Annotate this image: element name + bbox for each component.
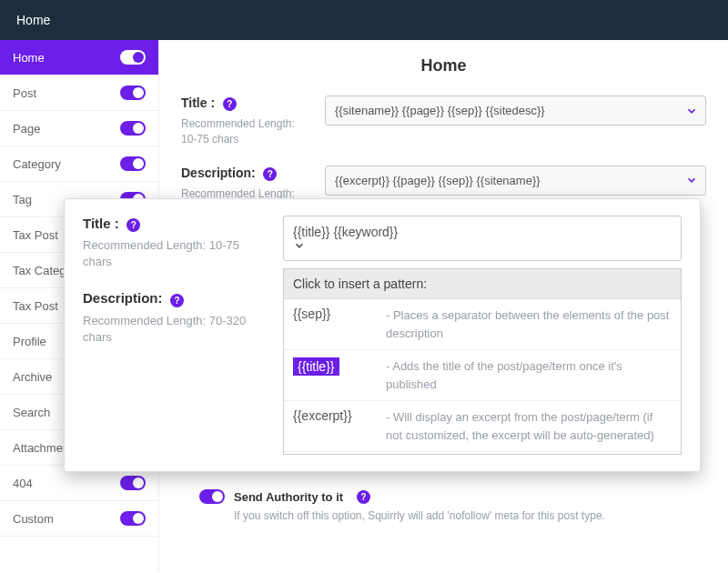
pattern-row[interactable]: {{excerpt}}- Will display an excerpt fro… — [284, 401, 681, 452]
help-icon[interactable]: ? — [126, 218, 140, 232]
sidebar-toggle[interactable] — [120, 50, 146, 65]
authority-label: Send Authority to it — [234, 490, 343, 504]
title-select[interactable]: {{sitename}} {{page}} {{sep}} {{sitedesc… — [325, 96, 706, 126]
overlay-desc-label: Description: — [83, 290, 163, 306]
sidebar-item[interactable]: Post — [0, 75, 158, 111]
sidebar-item-label: Profile — [13, 335, 46, 348]
overlay-right: {{title}} {{keyword}} Click to insert a … — [283, 216, 682, 455]
pattern-row[interactable]: {{title}}- Adds the title of the post/pa… — [284, 350, 681, 401]
overlay-title-label: Title : — [83, 216, 119, 231]
sidebar-toggle[interactable] — [120, 121, 146, 136]
sidebar-toggle[interactable] — [120, 476, 146, 490]
overlay-desc-hint: Recommended Length: 70-320 chars — [83, 313, 265, 346]
sidebar-item[interactable]: Home — [0, 40, 158, 75]
desc-input-wrap: {{excerpt}} {{page}} {{sep}} {{sitename}… — [325, 166, 706, 196]
overlay-title-value: {{title}} {{keyword}} — [293, 225, 398, 239]
sidebar-item-label: Home — [13, 51, 45, 65]
sidebar-toggle[interactable] — [120, 511, 146, 526]
desc-value: {{excerpt}} {{page}} {{sep}} {{sitename}… — [335, 174, 541, 187]
title-value: {{sitename}} {{page}} {{sep}} {{sitedesc… — [335, 104, 545, 117]
sidebar-item-label: Tax Post — [13, 299, 58, 313]
title-field-row: Title : ? Recommended Length: 10-75 char… — [181, 96, 706, 147]
sidebar-item[interactable]: Page — [0, 111, 158, 146]
sidebar-item-label: Archive — [13, 370, 52, 384]
sidebar-toggle[interactable] — [120, 156, 146, 171]
topbar-title: Home — [16, 13, 50, 27]
chevron-down-icon — [293, 239, 653, 252]
authority-hint: If you switch off this option, Squirrly … — [181, 509, 706, 522]
sidebar-item-label: Post — [13, 86, 36, 100]
help-icon[interactable]: ? — [170, 294, 184, 307]
overlay-labels: Title : ? Recommended Length: 10-75 char… — [83, 216, 265, 455]
pattern-desc: - Will display an excerpt from the post/… — [386, 408, 672, 444]
sidebar-item-label: Page — [13, 122, 40, 136]
sidebar-item-label: Tag — [13, 193, 32, 206]
pattern-overlay: Title : ? Recommended Length: 10-75 char… — [64, 198, 701, 472]
sidebar-item-label: Category — [13, 157, 61, 171]
authority-toggle[interactable] — [199, 489, 225, 504]
sidebar-item-label: Custom — [13, 512, 54, 526]
sidebar-item[interactable]: Custom — [0, 501, 158, 537]
help-icon[interactable]: ? — [263, 167, 277, 181]
pattern-row[interactable]: {{sep}}- Places a separator between the … — [284, 299, 681, 350]
sidebar-item-label: Tax Post — [13, 228, 58, 242]
desc-select[interactable]: {{excerpt}} {{page}} {{sep}} {{sitename}… — [325, 166, 706, 196]
chevron-down-icon — [685, 174, 698, 186]
title-label-block: Title : ? Recommended Length: 10-75 char… — [181, 96, 308, 147]
sidebar-toggle[interactable] — [120, 85, 146, 100]
pattern-desc: - Adds the title of the post/page/term o… — [386, 357, 672, 393]
overlay-desc-group: Description: ? Recommended Length: 70-32… — [83, 290, 265, 345]
sidebar-item-label: 404 — [13, 477, 33, 490]
help-icon[interactable]: ? — [223, 97, 237, 111]
authority-row: Send Authority to it ? — [181, 489, 706, 504]
chevron-down-icon — [685, 105, 698, 117]
pattern-tag: {{sep}} — [293, 303, 330, 321]
overlay-title-group: Title : ? Recommended Length: 10-75 char… — [83, 216, 265, 270]
page-title: Home — [181, 56, 706, 75]
title-input-wrap: {{sitename}} {{page}} {{sep}} {{sitedesc… — [325, 96, 706, 126]
overlay-title-hint: Recommended Length: 10-75 chars — [83, 237, 265, 270]
title-label: Title : — [181, 96, 215, 110]
help-icon[interactable]: ? — [357, 490, 370, 504]
desc-label: Description: — [181, 166, 256, 180]
dropdown-header: Click to insert a pattern: — [284, 269, 681, 299]
pattern-dropdown[interactable]: Click to insert a pattern: {{sep}}- Plac… — [283, 268, 682, 455]
pattern-tag: {{excerpt}} — [293, 405, 352, 423]
sidebar-item[interactable]: Category — [0, 146, 158, 182]
pattern-desc: - Places a separator between the element… — [386, 307, 672, 342]
topbar: Home — [0, 0, 728, 40]
pattern-tag: {{title}} — [293, 357, 339, 376]
overlay-title-select[interactable]: {{title}} {{keyword}} — [283, 216, 682, 261]
sidebar-item-label: Search — [13, 406, 50, 419]
title-hint: Recommended Length: 10-75 chars — [181, 116, 308, 147]
